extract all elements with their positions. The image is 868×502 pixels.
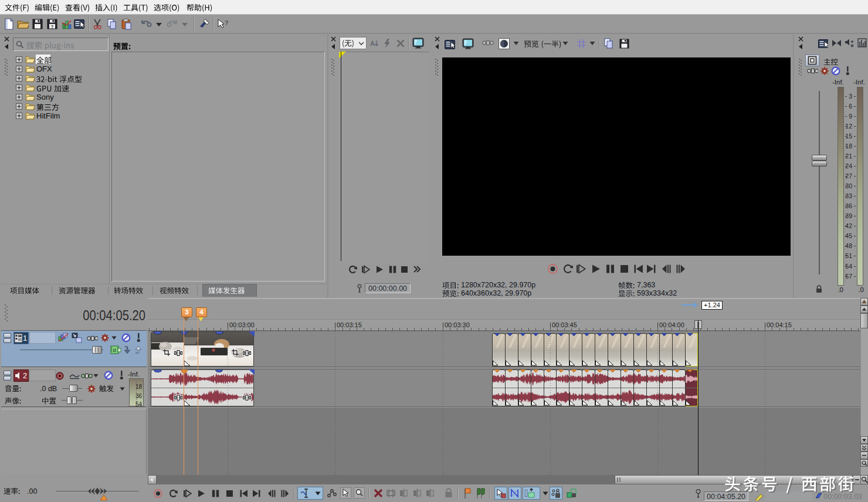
svg-text:?: ?: [51, 24, 54, 29]
svg-text:A: A: [370, 40, 375, 47]
svg-text:?: ?: [225, 19, 228, 26]
svg-text:α: α: [113, 347, 116, 353]
